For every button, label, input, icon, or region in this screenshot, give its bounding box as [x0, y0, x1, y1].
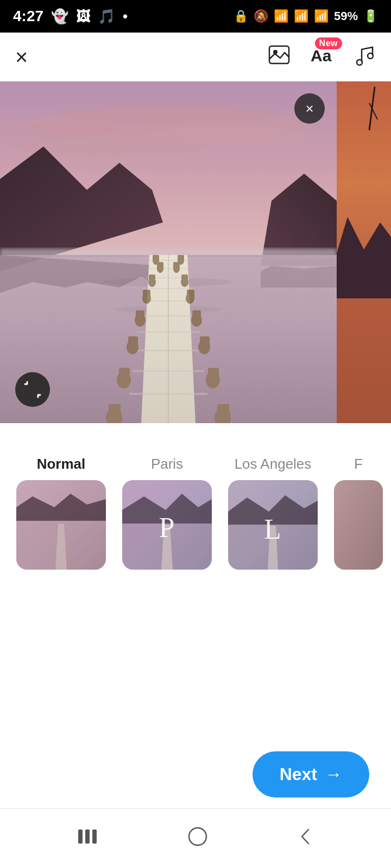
- status-bar: 4:27 👻 🖼 🎵 • 🔒 🔕 📶 📶 📶 59% 🔋: [0, 0, 391, 33]
- signal-icon: 📶: [294, 9, 308, 23]
- image-area: ×: [0, 81, 391, 423]
- filter-label-los-angeles: Los Angeles: [235, 456, 312, 473]
- filter-thumb-paris[interactable]: P: [122, 480, 212, 570]
- crop-button[interactable]: [15, 372, 50, 407]
- filter-thumb-fourth[interactable]: [334, 480, 383, 570]
- close-button[interactable]: ×: [15, 46, 28, 68]
- status-right: 🔒 🔕 📶 📶 📶 59% 🔋: [234, 9, 378, 23]
- main-image[interactable]: ×: [0, 81, 337, 423]
- svg-text:P: P: [159, 512, 175, 543]
- svg-rect-39: [128, 336, 138, 349]
- filter-label-fourth: F: [354, 456, 363, 473]
- mute-icon: 🔕: [254, 9, 268, 23]
- svg-rect-67: [16, 521, 106, 570]
- svg-rect-37: [136, 310, 144, 322]
- dot-indicator: •: [123, 8, 128, 25]
- svg-rect-79: [92, 829, 97, 844]
- snapchat-icon: 👻: [51, 8, 68, 25]
- next-label: Next: [280, 764, 317, 784]
- svg-rect-41: [119, 368, 130, 383]
- second-image-preview[interactable]: [337, 81, 391, 423]
- toolbar-left: ×: [15, 46, 28, 68]
- next-button[interactable]: Next →: [253, 751, 369, 797]
- image-close-button[interactable]: ×: [294, 93, 325, 124]
- filter-label-paris: Paris: [151, 456, 183, 473]
- filter-item-paris[interactable]: Paris P: [122, 456, 212, 570]
- filter-item-fourth[interactable]: F: [334, 456, 383, 570]
- nav-apps-icon[interactable]: [77, 827, 98, 850]
- new-badge: New: [315, 37, 342, 49]
- lock-icon: 🔒: [234, 9, 248, 23]
- svg-rect-55: [200, 336, 210, 349]
- status-time: 4:27: [13, 8, 43, 25]
- svg-rect-78: [85, 829, 90, 844]
- music-tool-button[interactable]: [353, 44, 376, 71]
- filter-item-normal[interactable]: Normal: [16, 456, 106, 570]
- svg-rect-76: [334, 480, 383, 570]
- signal-icon-2: 📶: [314, 9, 329, 23]
- filter-thumb-normal[interactable]: [16, 480, 106, 570]
- filter-scroll: Normal: [0, 456, 391, 570]
- svg-point-8: [147, 126, 310, 145]
- next-arrow: →: [325, 764, 342, 784]
- toolbar: × Aa New: [0, 33, 391, 81]
- svg-rect-57: [208, 368, 219, 383]
- status-left: 4:27 👻 🖼 🎵 •: [13, 8, 128, 25]
- svg-rect-53: [192, 310, 201, 322]
- svg-rect-43: [109, 404, 121, 422]
- gallery-icon: 🖼: [76, 8, 90, 25]
- text-tool-button[interactable]: Aa New: [310, 44, 333, 71]
- battery-percent: 59%: [334, 9, 358, 23]
- filter-item-los-angeles[interactable]: Los Angeles L: [228, 456, 318, 570]
- filter-section: Normal: [0, 423, 391, 586]
- bottom-nav: [0, 808, 391, 868]
- svg-rect-77: [78, 829, 83, 844]
- nav-home-icon[interactable]: [187, 826, 208, 851]
- svg-point-3: [357, 60, 362, 65]
- filter-thumb-la[interactable]: L: [228, 480, 318, 570]
- music-status-icon: 🎵: [98, 8, 115, 25]
- svg-rect-59: [217, 404, 229, 422]
- wifi-icon: 📶: [274, 9, 288, 23]
- toolbar-right: Aa New: [268, 44, 376, 71]
- battery-icon: 🔋: [363, 9, 378, 23]
- svg-marker-60: [141, 255, 195, 423]
- svg-point-4: [368, 53, 373, 59]
- svg-point-9: [60, 103, 277, 125]
- filter-label-normal: Normal: [37, 456, 86, 473]
- svg-point-80: [189, 828, 206, 845]
- image-tool-button[interactable]: [268, 45, 290, 69]
- svg-rect-64: [337, 298, 391, 423]
- nav-back-icon[interactable]: [298, 826, 314, 851]
- svg-text:L: L: [264, 514, 281, 545]
